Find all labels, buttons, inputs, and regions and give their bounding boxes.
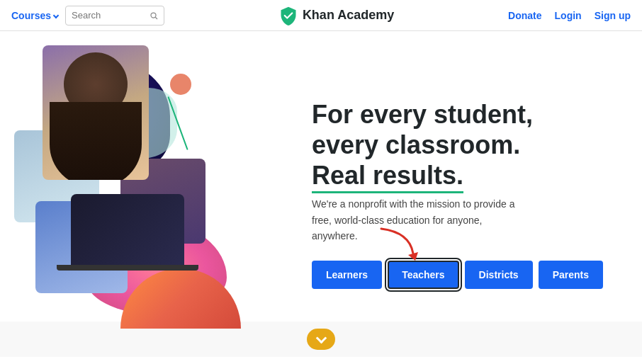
courses-label: Courses [11, 10, 51, 21]
hero-headline: For every student, every classroom. Real… [312, 99, 614, 191]
headline-line2: every classroom. [312, 130, 520, 159]
parents-button[interactable]: Parents [539, 261, 603, 289]
login-button[interactable]: Login [555, 10, 582, 21]
nav-center: Khan Academy [164, 6, 508, 25]
districts-button[interactable]: Districts [465, 261, 533, 289]
learners-button[interactable]: Learners [312, 261, 382, 289]
courses-button[interactable]: Courses [11, 10, 58, 21]
svg-point-0 [151, 13, 156, 18]
svg-line-1 [155, 17, 157, 19]
navbar: Courses Khan Academy Donate Login Sign u… [0, 0, 642, 31]
hero-text: For every student, every classroom. Real… [298, 85, 642, 304]
laptop-shape [71, 194, 184, 265]
teachers-button[interactable]: Teachers [388, 261, 458, 289]
logo-name: Khan Academy [303, 8, 394, 23]
nav-left: Courses [11, 6, 164, 25]
search-box [65, 6, 164, 25]
hero-section: For every student, every classroom. Real… [0, 31, 642, 357]
donate-button[interactable]: Donate [508, 10, 541, 21]
scroll-down-button[interactable] [307, 329, 335, 350]
salmon-dot [170, 74, 191, 95]
signup-button[interactable]: Sign up [595, 10, 631, 21]
nav-right: Donate Login Sign up [508, 10, 631, 21]
red-arrow-decoration [374, 225, 424, 263]
headline-line3: Real results. [312, 161, 463, 193]
student-main-photo [43, 45, 149, 180]
headline-line1: For every student, [312, 100, 533, 129]
hero-illustration [0, 45, 298, 343]
bottom-bar [0, 322, 642, 357]
scroll-chevron-icon [315, 332, 327, 343]
courses-chevron-icon [53, 12, 59, 18]
cta-buttons: Learners Teachers Districts Parents [312, 261, 614, 289]
search-input[interactable] [72, 10, 150, 21]
search-icon [150, 11, 158, 21]
logo-shield-icon [278, 6, 298, 25]
